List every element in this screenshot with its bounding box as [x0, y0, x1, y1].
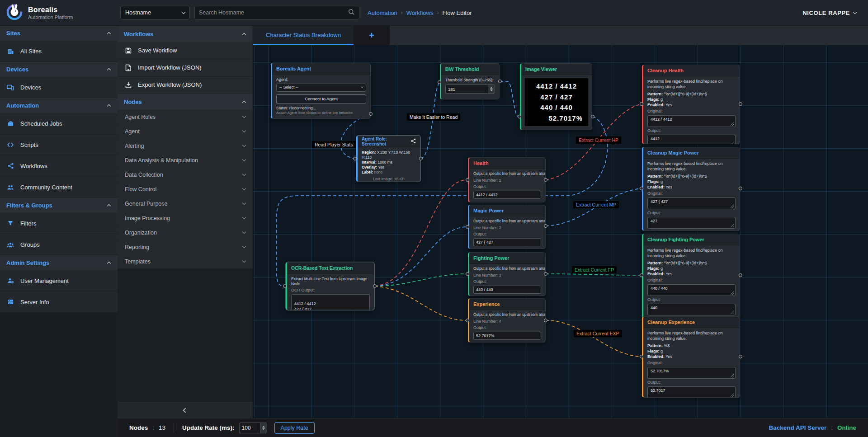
node-category-data-collection[interactable]: Data Collection	[118, 168, 253, 182]
port[interactable]	[353, 157, 357, 160]
port[interactable]	[739, 102, 742, 106]
port[interactable]	[419, 157, 423, 160]
port[interactable]	[640, 355, 643, 358]
resize-handle[interactable]	[730, 373, 734, 377]
wire-ocr-to-fighting[interactable]	[375, 274, 467, 286]
port[interactable]	[640, 187, 643, 190]
panel-section-workflows[interactable]: Workflows	[118, 26, 253, 42]
sidebar-section-filters-groups[interactable]: Filters & Groups	[0, 198, 118, 213]
search-icon[interactable]	[348, 9, 355, 17]
output-textarea[interactable]: 427	[647, 217, 736, 229]
output-textarea[interactable]: 440	[647, 304, 736, 315]
resize-handle[interactable]	[730, 203, 734, 208]
sidebar-item-user-management[interactable]: User Management	[0, 270, 118, 291]
port[interactable]	[283, 284, 287, 288]
port[interactable]	[466, 178, 469, 182]
breadcrumb-workflows[interactable]: Workflows	[406, 9, 434, 16]
port[interactable]	[739, 273, 742, 277]
ocr-output-textarea[interactable]: 4412 / 4412 427 { 427 440 / 440 52.7017%	[291, 294, 370, 310]
port[interactable]	[369, 112, 373, 116]
node-category-agent-roles[interactable]: Agent Roles	[118, 110, 253, 124]
port[interactable]	[544, 224, 547, 228]
node-category-general-purpose[interactable]: General Purpose	[118, 197, 253, 211]
resize-handle[interactable]	[730, 290, 734, 295]
port[interactable]	[591, 115, 594, 118]
user-menu[interactable]: NICOLE RAPPE	[802, 9, 856, 16]
node-image-viewer[interactable]: Image Viewer 4412 / 4412 427 / 427 440 /…	[520, 63, 592, 130]
port[interactable]	[518, 115, 521, 118]
port[interactable]	[438, 80, 441, 84]
sidebar-item-devices[interactable]: Devices	[0, 77, 118, 98]
apply-rate-button[interactable]: Apply Rate	[274, 422, 315, 434]
wire-ocr-to-magic[interactable]	[375, 227, 467, 286]
port[interactable]	[466, 272, 469, 276]
node-category-alerting[interactable]: Alerting	[118, 139, 253, 153]
sidebar-item-workflows[interactable]: Workflows	[0, 155, 118, 177]
node-category-flow-control[interactable]: Flow Control	[118, 182, 253, 197]
sidebar-item-community-content[interactable]: Community Content	[0, 177, 118, 198]
sidebar-section-devices[interactable]: Devices	[0, 62, 118, 77]
wire-experience-to-cleanup[interactable]	[546, 320, 641, 357]
add-tab-button[interactable]: +	[354, 26, 390, 45]
node-borealis-agent[interactable]: Borealis Agent Agent: -- Select -- Conne…	[271, 63, 371, 119]
port[interactable]	[640, 102, 643, 106]
sidebar-item-all-sites[interactable]: All Sites	[0, 41, 118, 62]
resize-handle[interactable]	[730, 121, 734, 126]
port[interactable]	[739, 355, 742, 358]
flow-canvas[interactable]: Borealis Agent Agent: -- Select -- Conne…	[253, 45, 868, 418]
original-textarea[interactable]: 52.7017%	[647, 367, 736, 379]
breadcrumb-automation[interactable]: Automation	[368, 9, 397, 16]
threshold-input[interactable]	[446, 85, 488, 93]
node-category-templates[interactable]: Templates	[118, 254, 253, 269]
magic-output-input[interactable]	[473, 238, 541, 246]
number-stepper[interactable]	[488, 85, 495, 93]
export-workflow-button[interactable]: Export Workflow (JSON)	[118, 76, 253, 94]
wire-fighting-to-cleanup[interactable]	[546, 274, 641, 275]
wire-threshold-to-viewer[interactable]	[500, 81, 519, 117]
update-rate-input[interactable]	[240, 423, 260, 433]
panel-section-nodes[interactable]: Nodes	[118, 94, 253, 110]
sidebar-section-admin-settings[interactable]: Admin Settings	[0, 255, 118, 270]
node-magic-power[interactable]: Magic Power Output a specific line from …	[468, 205, 546, 249]
node-category-reporting[interactable]: Reporting	[118, 240, 253, 254]
sidebar-item-filters[interactable]: Filters	[0, 213, 118, 234]
port[interactable]	[373, 284, 377, 288]
wire-ocr-to-experience[interactable]	[375, 286, 467, 320]
sidebar-item-server-info[interactable]: Server Info	[0, 291, 118, 313]
port[interactable]	[739, 187, 742, 190]
node-ocr-text-extraction[interactable]: OCR-Based Text Extraction Extract Multi-…	[286, 262, 374, 310]
node-category-agent[interactable]: Agent	[118, 124, 253, 139]
save-workflow-button[interactable]: Save Workflow	[118, 42, 253, 59]
output-textarea[interactable]: 4412	[647, 135, 736, 144]
hostname-select[interactable]: Hostname	[120, 6, 190, 19]
port[interactable]	[498, 80, 502, 83]
port[interactable]	[466, 225, 469, 229]
sidebar-item-scheduled-jobs[interactable]: Scheduled Jobs	[0, 113, 118, 134]
collapse-panel-button[interactable]	[118, 402, 253, 418]
agent-select[interactable]: -- Select --	[276, 84, 366, 92]
node-category-data-analysis[interactable]: Data Analysis & Manipulation	[118, 153, 253, 168]
health-output-input[interactable]	[473, 191, 541, 199]
original-textarea[interactable]: 4412 / 4412	[647, 115, 736, 127]
original-textarea[interactable]: 427 { 427	[647, 197, 736, 209]
node-cleanup-experience[interactable]: Cleanup Experience Performs live regex-b…	[642, 316, 740, 398]
node-category-image-processing[interactable]: Image Processing	[118, 211, 253, 226]
connect-to-agent-button[interactable]: Connect to Agent	[276, 94, 366, 103]
port[interactable]	[466, 319, 469, 322]
number-stepper[interactable]	[260, 423, 267, 433]
port[interactable]	[640, 273, 643, 277]
port[interactable]	[544, 319, 547, 322]
sidebar-item-scripts[interactable]: Scripts	[0, 134, 118, 155]
fighting-output-input[interactable]	[473, 286, 541, 294]
port[interactable]	[544, 178, 547, 182]
port[interactable]	[544, 272, 547, 276]
node-cleanup-health[interactable]: Cleanup Health Performs live regex-based…	[642, 65, 740, 144]
share-icon[interactable]	[410, 137, 416, 146]
sidebar-section-sites[interactable]: Sites	[0, 26, 118, 41]
resize-handle[interactable]	[730, 310, 734, 314]
output-textarea[interactable]: 52.7017	[647, 386, 736, 398]
resize-handle[interactable]	[730, 141, 734, 144]
wire-role-to-threshold[interactable]	[421, 83, 439, 159]
node-bw-threshold[interactable]: BW Threshold Threshold Strength (0–255):	[440, 63, 500, 99]
experience-output-input[interactable]	[473, 332, 541, 340]
